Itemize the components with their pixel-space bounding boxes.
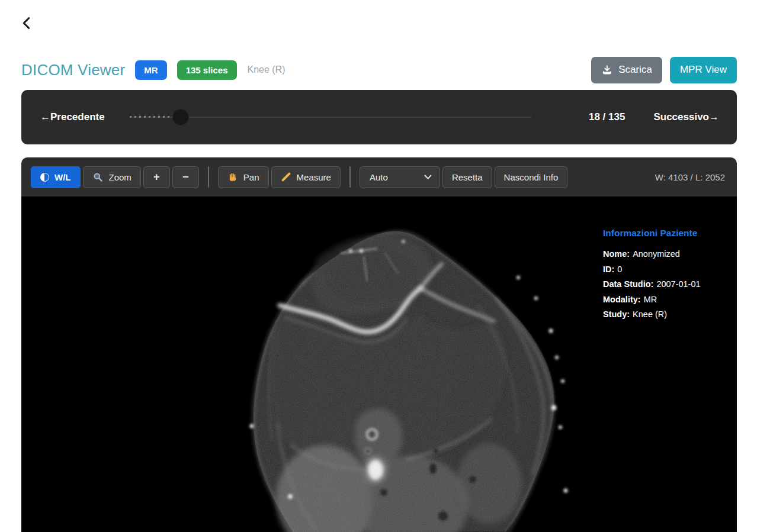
toolbar-separator <box>208 166 209 188</box>
patient-name-row: Nome:Anonymized <box>603 247 727 262</box>
header-actions: Scarica MPR View <box>591 57 737 83</box>
contrast-half-circle-icon <box>40 173 49 182</box>
modality-badge: MR <box>135 60 166 80</box>
slice-slider-thumb[interactable] <box>173 109 188 125</box>
window-level-tool-button[interactable]: W/L <box>31 166 81 188</box>
zoom-in-button[interactable]: + <box>143 166 170 188</box>
mpr-view-button[interactable]: MPR View <box>670 57 737 83</box>
study-date-row: Data Studio:2007-01-01 <box>603 277 727 292</box>
patient-id-row: ID:0 <box>603 262 727 278</box>
next-slice-button[interactable]: Successivo→ <box>653 111 719 123</box>
magnifier-icon <box>92 172 104 183</box>
download-icon <box>601 64 613 76</box>
chevron-left-icon <box>21 16 31 30</box>
toolbar-separator <box>349 166 351 188</box>
hide-info-button[interactable]: Nascondi Info <box>495 166 568 188</box>
previous-slice-button[interactable]: ←Precedente <box>40 111 105 123</box>
slice-slider-track[interactable] <box>130 117 531 118</box>
hand-icon <box>227 172 238 182</box>
study-label: Knee (R) <box>248 65 285 75</box>
header: DICOM Viewer MR 135 slices Knee (R) Scar… <box>21 56 737 83</box>
zoom-out-button[interactable]: − <box>172 166 199 188</box>
reset-button[interactable]: Resetta <box>442 166 492 188</box>
download-button[interactable]: Scarica <box>591 57 662 83</box>
slice-navigation-bar: ←Precedente 18 / 135 Successivo→ <box>21 90 737 144</box>
slice-counter: 18 / 135 <box>589 111 625 123</box>
ruler-icon <box>281 172 291 182</box>
modality-row: Modality:MR <box>603 292 727 308</box>
image-viewport[interactable]: Informazioni Paziente Nome:Anonymized ID… <box>21 196 737 532</box>
study-row: Study:Knee (R) <box>603 307 727 323</box>
slice-slider[interactable] <box>130 109 531 125</box>
chevron-down-icon <box>424 175 432 180</box>
patient-info-overlay: Informazioni Paziente Nome:Anonymized ID… <box>603 228 727 323</box>
slices-badge: 135 slices <box>177 60 237 80</box>
page-title: DICOM Viewer <box>21 61 125 79</box>
zoom-tool-button[interactable]: Zoom <box>83 166 141 188</box>
preset-select[interactable]: Auto <box>360 166 440 188</box>
window-level-readout: W: 4103 / L: 2052 <box>655 172 727 182</box>
dicom-viewer-page: DICOM Viewer MR 135 slices Knee (R) Scar… <box>21 15 737 532</box>
viewer-panel: W/L Zoom + − <box>21 157 737 532</box>
pan-tool-button[interactable]: Pan <box>218 166 269 188</box>
viewer-toolbar: W/L Zoom + − <box>21 157 737 196</box>
back-button[interactable] <box>21 15 37 31</box>
patient-info-title: Informazioni Paziente <box>603 228 727 238</box>
measure-tool-button[interactable]: Measure <box>271 166 341 188</box>
